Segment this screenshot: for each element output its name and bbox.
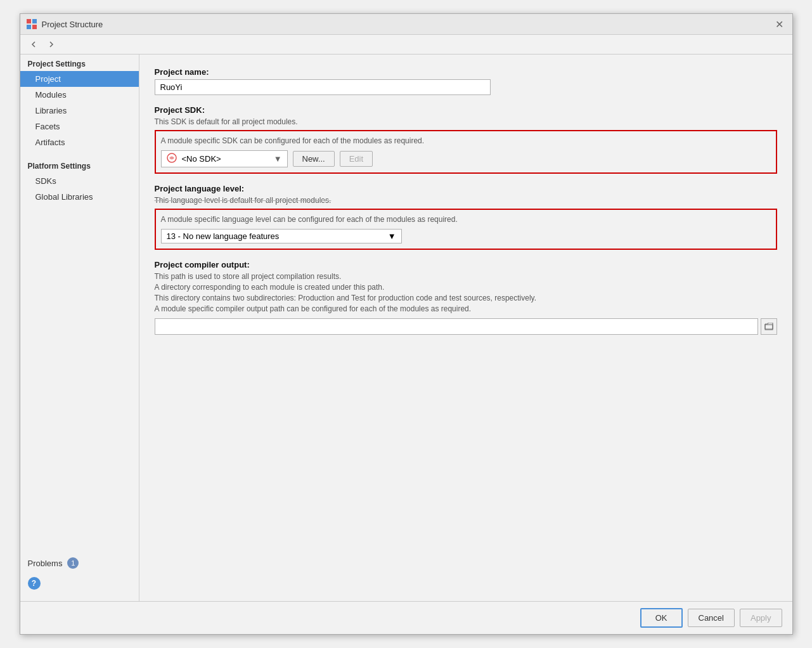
sdk-dropdown[interactable]: <No SDK> ▼ xyxy=(161,150,288,167)
compiler-output-group: Project compiler output: This path is us… xyxy=(155,260,777,335)
svg-rect-1 xyxy=(32,19,37,23)
app-icon xyxy=(27,19,37,29)
sdk-edit-button[interactable]: Edit xyxy=(340,151,373,167)
sidebar-item-global-libraries[interactable]: Global Libraries xyxy=(20,189,139,205)
sdk-red-box: A module specific SDK can be configured … xyxy=(155,130,777,174)
sdk-module-note: A module specific SDK can be configured … xyxy=(161,136,771,145)
project-sdk-group: Project SDK: This SDK is default for all… xyxy=(155,105,777,174)
dialog-title: Project Structure xyxy=(42,20,768,29)
sdk-new-button[interactable]: New... xyxy=(293,151,335,167)
forward-button[interactable] xyxy=(44,37,58,51)
project-name-input[interactable] xyxy=(155,79,491,95)
sidebar-item-project[interactable]: Project xyxy=(20,71,139,87)
problems-badge: 1 xyxy=(67,557,79,569)
title-bar: Project Structure ✕ xyxy=(20,14,792,35)
project-structure-dialog: Project Structure ✕ Project Settings Pro… xyxy=(20,13,793,635)
help-button[interactable]: ? xyxy=(28,577,41,590)
compiler-desc-2: A directory corresponding to each module… xyxy=(155,283,777,292)
sdk-value: <No SDK> xyxy=(182,154,221,164)
compiler-desc-1: This path is used to store all project c… xyxy=(155,272,777,281)
lang-level-value: 13 - No new language features xyxy=(167,231,280,241)
project-lang-label: Project language level: xyxy=(155,184,777,193)
project-name-label: Project name: xyxy=(155,67,777,77)
sdk-default-desc: This SDK is default for all project modu… xyxy=(155,117,777,126)
svg-rect-0 xyxy=(27,19,31,23)
sidebar-item-libraries[interactable]: Libraries xyxy=(20,103,139,119)
folder-browse-button[interactable] xyxy=(761,318,777,335)
compiler-desc-4: A module specific compiler output path c… xyxy=(155,304,777,313)
sdk-row: <No SDK> ▼ New... Edit xyxy=(161,150,771,167)
lang-select-container: 13 - No new language features ▼ xyxy=(161,229,771,243)
content-area: Project name: Project SDK: This SDK is d… xyxy=(139,55,792,601)
svg-rect-2 xyxy=(27,25,31,29)
main-content: Project Settings Project Modules Librari… xyxy=(20,55,792,601)
project-sdk-label: Project SDK: xyxy=(155,105,777,115)
nav-row xyxy=(20,35,792,55)
compiler-output-label: Project compiler output: xyxy=(155,260,777,269)
sidebar: Project Settings Project Modules Librari… xyxy=(20,55,139,601)
svg-rect-3 xyxy=(32,25,37,29)
bottom-bar: OK Cancel Apply xyxy=(20,601,792,634)
apply-button[interactable]: Apply xyxy=(740,609,782,627)
sidebar-item-facets[interactable]: Facets xyxy=(20,119,139,134)
project-lang-group: Project language level: This language le… xyxy=(155,184,777,250)
lang-module-note: A module specific language level can be … xyxy=(161,215,771,224)
project-name-group: Project name: xyxy=(155,67,777,95)
lang-dropdown-arrow: ▼ xyxy=(388,231,396,241)
lang-level-default-desc: This language level is default for all p… xyxy=(155,196,777,205)
compiler-output-row xyxy=(155,318,777,335)
problems-label: Problems xyxy=(28,559,63,568)
compiler-output-input[interactable] xyxy=(155,318,758,335)
close-button[interactable]: ✕ xyxy=(773,18,786,30)
platform-settings-header: Platform Settings xyxy=(20,157,139,173)
project-settings-header: Project Settings xyxy=(20,55,139,71)
compiler-desc-3: This directory contains two subdirectori… xyxy=(155,294,777,302)
lang-red-box: A module specific language level can be … xyxy=(155,209,777,250)
sidebar-item-modules[interactable]: Modules xyxy=(20,87,139,103)
sidebar-item-sdks[interactable]: SDKs xyxy=(20,173,139,189)
lang-level-dropdown[interactable]: 13 - No new language features ▼ xyxy=(161,229,402,243)
ok-button[interactable]: OK xyxy=(640,608,683,628)
back-button[interactable] xyxy=(27,37,41,51)
problems-row[interactable]: Problems 1 xyxy=(20,554,139,572)
sidebar-item-artifacts[interactable]: Artifacts xyxy=(20,134,139,150)
cancel-button[interactable]: Cancel xyxy=(688,609,735,627)
sdk-dropdown-arrow: ▼ xyxy=(274,154,282,164)
sdk-icon xyxy=(167,153,177,165)
